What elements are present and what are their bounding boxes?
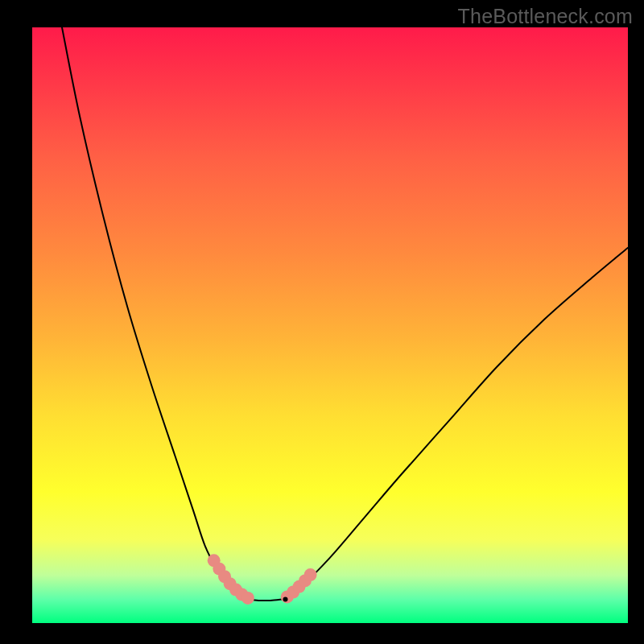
watermark-text: TheBottleneck.com: [458, 5, 633, 28]
curve-left-curve: [62, 27, 246, 599]
marker-layer: [208, 554, 317, 605]
curve-right-curve: [283, 248, 628, 600]
chart-plot-area: [32, 27, 628, 623]
marker-left-markers: [242, 592, 254, 605]
marker-right-markers: [304, 568, 317, 581]
chart-svg: [32, 27, 628, 623]
marker-min-marker: [283, 597, 288, 601]
chart-frame: TheBottleneck.com: [0, 0, 644, 644]
curve-layer: [62, 27, 628, 601]
